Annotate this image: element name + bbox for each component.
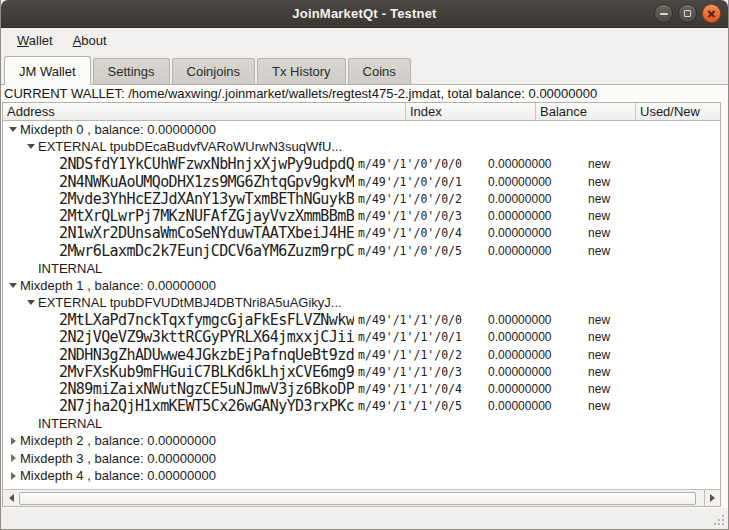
row-label: Mixdepth 1 , balance: 0.00000000 (20, 278, 216, 293)
cell-address: Mixdepth 1 , balance: 0.00000000 (3, 278, 216, 293)
cell-used-new: new (584, 175, 720, 189)
expand-arrow-icon[interactable] (6, 472, 20, 480)
row-label: 2MtLXaPd7nckTqxfymgcGjaFkEsFLVZNwkw (59, 311, 354, 329)
menu-about[interactable]: About (64, 30, 116, 51)
tree-row[interactable]: Mixdepth 1 , balance: 0.00000000 (3, 277, 720, 294)
cell-address: Mixdepth 4 , balance: 0.00000000 (3, 468, 216, 483)
close-button[interactable] (702, 4, 721, 23)
cell-address: EXTERNAL tpubDFVUDtMBJ4DBTNri8A5uAGikyJ.… (3, 295, 342, 310)
tree-row[interactable]: 2NDHN3gZhADUwwe4JGkzbEjPafnqUeBt9zdm/49'… (3, 346, 720, 363)
cell-address: 2N1wXr2DUnsaWmCoSeNYduwTAATXbeiJ4HE (3, 224, 354, 242)
cell-address: 2MvFXsKub9mFHGuiC7BLKd6kLhjxCVE6mg9 (3, 363, 354, 381)
tree-row[interactable]: Mixdepth 3 , balance: 0.00000000 (3, 450, 720, 467)
tab-settings[interactable]: Settings (93, 58, 170, 84)
cell-balance: 0.00000000 (484, 157, 584, 171)
cell-index: m/49'/1'/1'/0/5 (354, 399, 484, 413)
cell-balance: 0.00000000 (484, 226, 584, 240)
tree-row[interactable]: INTERNAL (3, 415, 720, 432)
tree-row[interactable]: 2MtLXaPd7nckTqxfymgcGjaFkEsFLVZNwkwm/49'… (3, 311, 720, 328)
scroll-left-button[interactable] (3, 490, 19, 506)
cell-address: EXTERNAL tpubDEcaBudvfVARoWUrwN3suqWfU..… (3, 139, 342, 154)
cell-address: 2N89miZaixNWutNgzCE5uNJmwV3jz6BkoDP (3, 380, 354, 398)
menu-wallet[interactable]: Wallet (8, 30, 62, 51)
column-header-index[interactable]: Index (406, 103, 536, 120)
cell-address: 2Mvde3YhHcEZJdXAnY13ywTxmBEThNGuykB (3, 190, 354, 208)
row-label: 2Mvde3YhHcEZJdXAnY13ywTxmBEThNGuykB (59, 190, 354, 208)
cell-index: m/49'/1'/0'/0/0 (354, 157, 484, 171)
cell-used-new: new (584, 365, 720, 379)
tree-row[interactable]: 2MtXrQLwrPj7MKzNUFAfZGjayVvzXmmBBmBm/49'… (3, 207, 720, 224)
column-header-used-new[interactable]: Used/New (636, 103, 720, 120)
cell-balance: 0.00000000 (484, 192, 584, 206)
row-label: 2NDHN3gZhADUwwe4JGkzbEjPafnqUeBt9zd (59, 346, 354, 364)
tree-row[interactable]: Mixdepth 2 , balance: 0.00000000 (3, 432, 720, 449)
scrollbar-thumb[interactable] (19, 492, 696, 505)
resize-grip-icon[interactable] (710, 511, 724, 525)
cell-index: m/49'/1'/0'/0/4 (354, 226, 484, 240)
expand-arrow-icon[interactable] (6, 437, 20, 445)
cell-balance: 0.00000000 (484, 382, 584, 396)
tree-row[interactable]: 2NDSfdY1YkCUhWFzwxNbHnjxXjwPy9udpdQm/49'… (3, 156, 720, 173)
tree-row[interactable]: INTERNAL (3, 259, 720, 276)
tree-header: AddressIndexBalanceUsed/New (3, 103, 720, 121)
cell-index: m/49'/1'/1'/0/3 (354, 365, 484, 379)
maximize-icon (684, 10, 691, 17)
tree-row[interactable]: 2N2jVQeVZ9w3kttRCGyPYRLX64jmxxjCJiim/49'… (3, 329, 720, 346)
tree-row[interactable]: EXTERNAL tpubDEcaBudvfVARoWUrwN3suqWfU..… (3, 138, 720, 155)
jm-wallet-tab-page: CURRENT WALLET: /home/waxwing/.joinmarke… (1, 84, 728, 508)
column-header-address[interactable]: Address (3, 103, 406, 120)
collapse-arrow-icon[interactable] (24, 144, 38, 149)
cell-used-new: new (584, 313, 720, 327)
cell-used-new: new (584, 209, 720, 223)
cell-address: INTERNAL (3, 416, 102, 431)
tab-jm-wallet[interactable]: JM Wallet (4, 56, 91, 85)
tab-coinjoins[interactable]: Coinjoins (172, 58, 255, 84)
tree-row[interactable]: 2N89miZaixNWutNgzCE5uNJmwV3jz6BkoDPm/49'… (3, 380, 720, 397)
tree-row[interactable]: Mixdepth 4 , balance: 0.00000000 (3, 467, 720, 484)
cell-balance: 0.00000000 (484, 399, 584, 413)
column-header-balance[interactable]: Balance (536, 103, 636, 120)
row-label: 2MvFXsKub9mFHGuiC7BLKd6kLhjxCVE6mg9 (59, 363, 354, 381)
cell-address: 2N2jVQeVZ9w3kttRCGyPYRLX64jmxxjCJii (3, 328, 354, 346)
tree-row[interactable]: 2Mwr6LaxmDc2k7EunjCDCV6aYM6Zuzm9rpCm/49'… (3, 242, 720, 259)
row-label: EXTERNAL tpubDEcaBudvfVARoWUrwN3suqWfU..… (38, 139, 342, 154)
scrollbar-track[interactable] (19, 490, 704, 506)
expand-arrow-icon[interactable] (6, 454, 20, 462)
collapse-arrow-icon[interactable] (6, 127, 20, 132)
tab-coins[interactable]: Coins (348, 58, 411, 84)
cell-index: m/49'/1'/0'/0/1 (354, 175, 484, 189)
tree-row[interactable]: 2N7jha2QjH1xmKEWT5Cx26wGANyYD3rxPKcm/49'… (3, 398, 720, 415)
minimize-button[interactable] (654, 4, 673, 23)
tree-row[interactable]: 2N1wXr2DUnsaWmCoSeNYduwTAATXbeiJ4HEm/49'… (3, 225, 720, 242)
scroll-right-button[interactable] (704, 490, 720, 506)
maximize-button[interactable] (678, 4, 697, 23)
scroll-left-arrow-icon (9, 494, 14, 502)
tree-body: Mixdepth 0 , balance: 0.00000000EXTERNAL… (3, 121, 720, 489)
tree-row[interactable]: Mixdepth 0 , balance: 0.00000000 (3, 121, 720, 138)
cell-balance: 0.00000000 (484, 244, 584, 258)
titlebar[interactable]: JoinMarketQt - Testnet (1, 0, 728, 28)
tree-row[interactable]: EXTERNAL tpubDFVUDtMBJ4DBTNri8A5uAGikyJ.… (3, 294, 720, 311)
cell-balance: 0.00000000 (484, 209, 584, 223)
tabbar: JM WalletSettingsCoinjoinsTx HistoryCoin… (1, 52, 728, 84)
cell-balance: 0.00000000 (484, 175, 584, 189)
cell-used-new: new (584, 330, 720, 344)
tree-row[interactable]: 2Mvde3YhHcEZJdXAnY13ywTxmBEThNGuykBm/49'… (3, 190, 720, 207)
tree-row[interactable]: 2MvFXsKub9mFHGuiC7BLKd6kLhjxCVE6mg9m/49'… (3, 363, 720, 380)
cell-address: INTERNAL (3, 261, 102, 276)
horizontal-scrollbar[interactable] (3, 489, 720, 506)
collapse-arrow-icon[interactable] (24, 300, 38, 305)
cell-address: 2MtLXaPd7nckTqxfymgcGjaFkEsFLVZNwkw (3, 311, 354, 329)
tree-row[interactable]: 2N4NWKuAoUMQoDHX1zs9MG6ZhtqGpv9gkvMm/49'… (3, 173, 720, 190)
cell-address: 2Mwr6LaxmDc2k7EunjCDCV6aYM6Zuzm9rpC (3, 242, 354, 260)
cell-balance: 0.00000000 (484, 365, 584, 379)
cell-used-new: new (584, 399, 720, 413)
cell-address: 2NDHN3gZhADUwwe4JGkzbEjPafnqUeBt9zd (3, 346, 354, 364)
wallet-tree: AddressIndexBalanceUsed/New Mixdepth 0 ,… (2, 102, 721, 507)
row-label: 2MtXrQLwrPj7MKzNUFAfZGjayVvzXmmBBmB (59, 207, 354, 225)
collapse-arrow-icon[interactable] (6, 283, 20, 288)
row-label: 2N89miZaixNWutNgzCE5uNJmwV3jz6BkoDP (59, 380, 354, 398)
tab-tx-history[interactable]: Tx History (257, 58, 346, 84)
row-label: EXTERNAL tpubDFVUDtMBJ4DBTNri8A5uAGikyJ.… (38, 295, 342, 310)
row-label: 2N4NWKuAoUMQoDHX1zs9MG6ZhtqGpv9gkvM (59, 173, 354, 191)
